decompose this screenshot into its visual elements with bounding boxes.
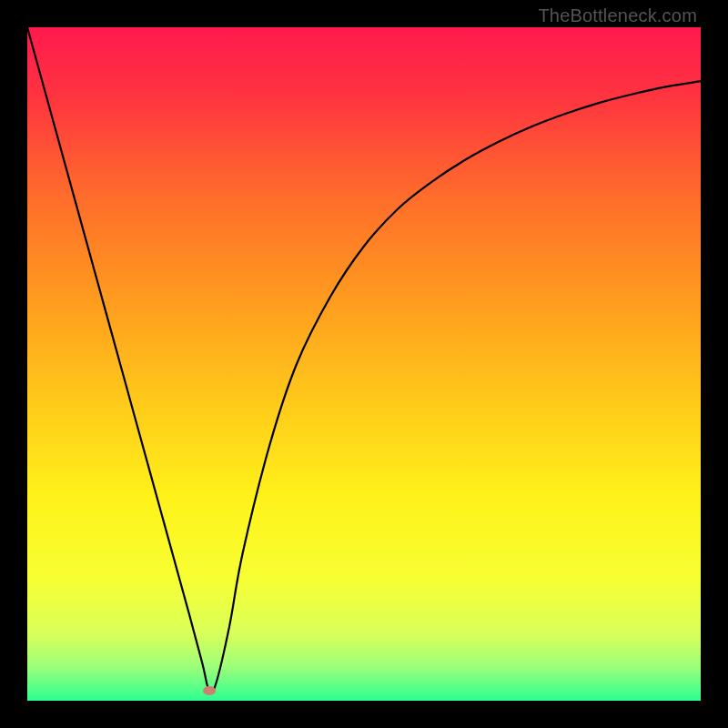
bottleneck-curve [27, 27, 701, 693]
plot-area [27, 27, 701, 701]
chart-frame: TheBottleneck.com [0, 0, 728, 728]
minimum-marker [203, 686, 216, 695]
watermark-text: TheBottleneck.com [538, 5, 697, 26]
curve-svg [27, 27, 701, 701]
